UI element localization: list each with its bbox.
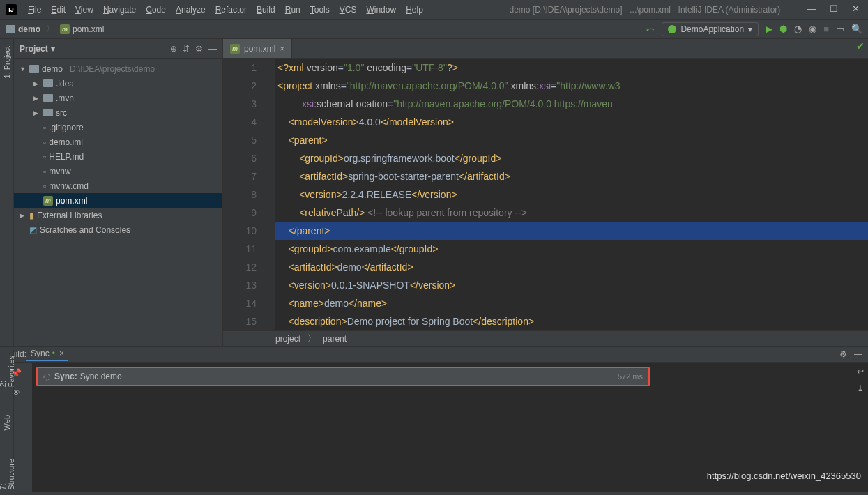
menu-tools[interactable]: Tools	[306, 3, 334, 16]
tree-item-demo[interactable]: ▼demoD:\IDEA\projects\demo	[14, 61, 222, 76]
tree-item-mvnw-cmd[interactable]: ▫mvnw.cmd	[14, 178, 222, 193]
project-panel-title: Project	[20, 44, 48, 54]
tree-item-HELP-md[interactable]: ▫HELP.md	[14, 149, 222, 164]
crumb-file: pom.xml	[73, 24, 104, 34]
select-opened-file-icon[interactable]: ⊕	[170, 44, 177, 54]
menu-vcs[interactable]: VCS	[335, 3, 361, 16]
line-gutter: 123456789101112131415	[223, 59, 265, 330]
project-tool-button[interactable]: 1: Project	[3, 46, 11, 78]
menu-navigate[interactable]: Navigate	[99, 3, 140, 16]
sync-text: Sync demo	[80, 372, 122, 381]
expand-all-icon[interactable]: ⇵	[183, 44, 190, 54]
tree-item--idea[interactable]: ▶.idea	[14, 76, 222, 91]
editor-tab-pom[interactable]: m pom.xml ×	[223, 39, 292, 58]
maximize-button[interactable]: ☐	[830, 3, 838, 14]
close-tab-icon[interactable]: ×	[59, 349, 64, 358]
code-line-12[interactable]: <artifactId>demo</artifactId>	[275, 258, 868, 276]
close-tab-icon[interactable]: ×	[280, 44, 284, 54]
project-panel: Project ▾ ⊕ ⇵ ⚙ — ▼demoD:\IDEA\projects\…	[14, 39, 223, 346]
expand-arrow-icon[interactable]: ▶	[20, 212, 26, 219]
run-configuration-selector[interactable]: DemoApplication ▾	[662, 22, 759, 36]
menu-file[interactable]: File	[24, 3, 45, 16]
menu-edit[interactable]: Edit	[47, 3, 70, 16]
file-icon: ▫	[43, 123, 46, 132]
editor-breadcrumbs[interactable]: project 〉 parent	[223, 330, 868, 346]
tree-item-src[interactable]: ▶src	[14, 105, 222, 120]
search-button[interactable]: 🔍	[851, 24, 862, 34]
tree-item-Scratches-and-Consoles[interactable]: ◩Scratches and Consoles	[14, 222, 222, 237]
scroll-to-end-icon[interactable]: ⤓	[857, 383, 864, 393]
code-line-9[interactable]: <relativePath/> <!-- lookup parent from …	[275, 204, 868, 222]
close-button[interactable]: ✕	[852, 3, 860, 14]
tree-item-demo-iml[interactable]: ▫demo.iml	[14, 135, 222, 149]
menu-build[interactable]: Build	[252, 3, 280, 16]
code-line-1[interactable]: <?xml version="1.0" encoding="UTF-8"?>	[275, 59, 868, 77]
soft-wrap-icon[interactable]: ↩	[857, 367, 864, 376]
code-line-4[interactable]: <modelVersion>4.0.0</modelVersion>	[275, 113, 868, 131]
tree-item-pom-xml[interactable]: mpom.xml	[14, 193, 222, 208]
code-line-7[interactable]: <artifactId>spring-boot-starter-parent</…	[275, 167, 868, 185]
hide-icon[interactable]: —	[208, 44, 217, 54]
code-line-14[interactable]: <name>demo</name>	[275, 294, 868, 312]
layout-button[interactable]: ▭	[836, 24, 844, 34]
web-tool-button[interactable]: Web	[3, 415, 11, 430]
menu-help[interactable]: Help	[402, 3, 427, 16]
editor-body[interactable]: 123456789101112131415 <?xml version="1.0…	[223, 59, 868, 330]
inspection-ok-icon[interactable]: ✔	[853, 40, 868, 52]
tree-item-External-Libraries[interactable]: ▶▮External Libraries	[14, 208, 222, 222]
crumb-project[interactable]: project	[275, 334, 300, 344]
scratch-icon: ◩	[29, 225, 37, 235]
code-line-3[interactable]: xsi:schemaLocation="http://maven.apache.…	[275, 95, 868, 113]
tree-label: .idea	[56, 79, 74, 89]
menu-view[interactable]: View	[71, 3, 98, 16]
chevron-down-icon[interactable]: ▾	[51, 44, 55, 54]
menu-analyze[interactable]: Analyze	[172, 3, 210, 16]
debug-button[interactable]: ⬢	[779, 24, 787, 34]
code-line-2[interactable]: <project xmlns="http://maven.apache.org/…	[275, 77, 868, 95]
expand-arrow-icon[interactable]: ▶	[33, 80, 40, 87]
menu-run[interactable]: Run	[281, 3, 305, 16]
gear-icon[interactable]: ⚙	[839, 349, 847, 359]
tree-label: pom.xml	[56, 196, 87, 206]
code-content[interactable]: <?xml version="1.0" encoding="UTF-8"?><p…	[275, 59, 868, 330]
profile-button[interactable]: ◉	[809, 24, 816, 34]
code-line-8[interactable]: <version>2.2.4.RELEASE</version>	[275, 185, 868, 204]
gear-icon[interactable]: ⚙	[195, 44, 203, 54]
code-line-6[interactable]: <groupId>org.springframework.boot</group…	[275, 149, 868, 167]
expand-arrow-icon[interactable]: ▼	[20, 66, 26, 73]
file-icon: ▫	[43, 181, 46, 191]
menu-code[interactable]: Code	[142, 3, 170, 16]
expand-arrow-icon[interactable]: ▶	[33, 95, 40, 102]
favorites-tool-button[interactable]: 2: Favorites	[0, 356, 15, 387]
code-line-15[interactable]: <description>Demo project for Spring Boo…	[275, 312, 868, 330]
build-tab-sync[interactable]: Sync • ×	[26, 347, 68, 361]
folder-icon	[43, 94, 53, 102]
code-line-13[interactable]: <version>0.0.1-SNAPSHOT</version>	[275, 276, 868, 294]
code-line-5[interactable]: <parent>	[275, 131, 868, 149]
editor-area: m pom.xml × 123456789101112131415 <?xml …	[223, 39, 868, 346]
chevron-down-icon: ▾	[748, 24, 752, 34]
navigation-bar: demo 〉 m pom.xml ⤺ DemoApplication ▾ ▶ ⬢…	[0, 20, 868, 39]
expand-arrow-icon[interactable]: ▶	[33, 109, 40, 116]
minimize-button[interactable]: —	[807, 3, 816, 14]
code-line-10[interactable]: </parent>	[275, 222, 868, 240]
stop-button[interactable]: ■	[823, 24, 829, 34]
run-button[interactable]: ▶	[766, 24, 772, 34]
folder-icon	[43, 109, 53, 116]
coverage-button[interactable]: ◔	[794, 24, 802, 34]
hide-icon[interactable]: —	[854, 349, 862, 359]
project-tree[interactable]: ▼demoD:\IDEA\projects\demo▶.idea▶.mvn▶sr…	[14, 59, 222, 346]
left-tool-rail: 1: Project	[0, 39, 14, 346]
code-line-11[interactable]: <groupId>com.example</groupId>	[275, 240, 868, 258]
tree-item--mvn[interactable]: ▶.mvn	[14, 91, 222, 105]
tree-item--gitignore[interactable]: ▫.gitignore	[14, 120, 222, 135]
file-icon: ▫	[43, 152, 46, 162]
structure-tool-button[interactable]: 7: Structure	[0, 459, 15, 490]
build-icon[interactable]: ⤺	[646, 24, 655, 35]
tree-item-mvnw[interactable]: ▫mvnw	[14, 164, 222, 178]
menu-refactor[interactable]: Refactor	[211, 3, 251, 16]
sync-status-row[interactable]: ◌ Sync: Sync demo 572 ms	[36, 367, 650, 386]
breadcrumb[interactable]: demo 〉 m pom.xml	[6, 23, 104, 35]
crumb-parent[interactable]: parent	[323, 334, 347, 344]
menu-window[interactable]: Window	[362, 3, 400, 16]
